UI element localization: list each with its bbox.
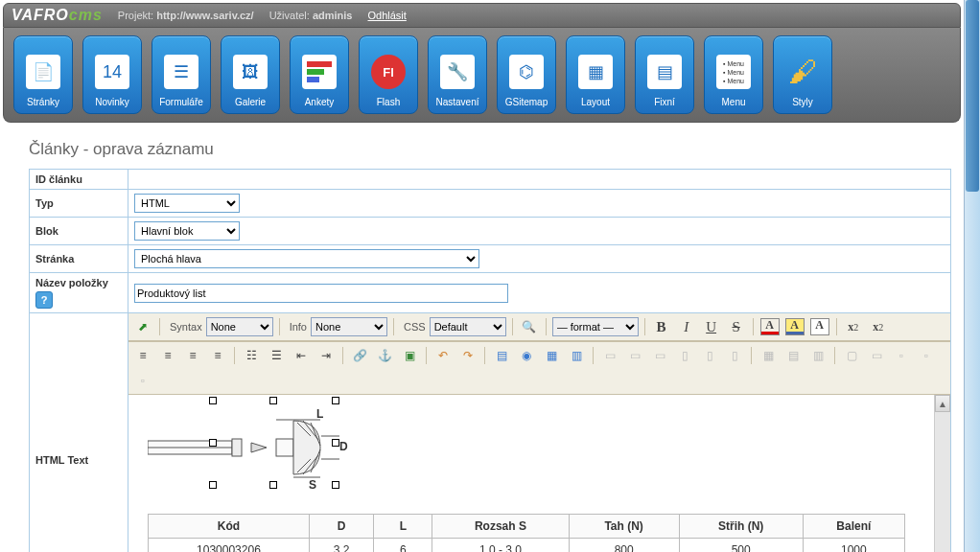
format-select[interactable]: — format —: [552, 317, 639, 336]
ordered-list-button[interactable]: ☷: [241, 345, 262, 366]
toolbar-novinky[interactable]: 14Novinky: [82, 35, 142, 114]
delete-col-button[interactable]: ▯: [724, 345, 745, 366]
selection-handle[interactable]: [269, 397, 277, 404]
selection-handle[interactable]: [209, 439, 217, 447]
type-select[interactable]: HTML: [134, 194, 240, 213]
help-button[interactable]: ◉: [516, 345, 537, 366]
table-header: Rozsah S: [432, 515, 569, 539]
toolbar-galerie[interactable]: 🖼Galerie: [221, 35, 280, 114]
unordered-list-button[interactable]: ☰: [266, 345, 287, 366]
selection-handle[interactable]: [209, 481, 217, 489]
article-form: ID článku Typ HTML Blok Hlavní blok Strá…: [29, 169, 951, 552]
selection-handle[interactable]: [332, 481, 339, 489]
delete-row-button[interactable]: ▭: [649, 345, 670, 366]
editor-body[interactable]: ▲: [128, 395, 950, 552]
toolbar-layout[interactable]: ▦Layout: [566, 35, 625, 114]
table-cell: 800: [569, 539, 679, 553]
align-right-button[interactable]: ≡: [182, 345, 203, 366]
selection-handle[interactable]: [209, 397, 217, 404]
insert-row-after-button[interactable]: ▭: [624, 345, 645, 366]
toolbar-label: Nastavení: [435, 97, 478, 107]
redo-button[interactable]: ↷: [457, 345, 478, 366]
syntax-label: Syntax: [170, 321, 202, 333]
underline-button[interactable]: U: [701, 316, 722, 337]
form-icon: ☰: [164, 55, 198, 89]
table-cell: 3.2: [309, 539, 374, 553]
toolbar-label: Ankety: [305, 97, 335, 107]
merge-cells-button[interactable]: ▦: [758, 345, 779, 366]
name-input[interactable]: [134, 284, 508, 303]
text-color-button[interactable]: A: [759, 316, 781, 337]
settings-icon: 🔧: [440, 55, 475, 89]
toolbar-flash[interactable]: FlFlash: [359, 35, 418, 114]
font-box-button[interactable]: A: [809, 316, 830, 337]
menu-icon: ▪ Menu▪ Menu▪ Menu: [716, 55, 751, 89]
rivet-diagram: L D S: [148, 402, 378, 494]
toolbar-label: GSitemap: [505, 97, 548, 107]
misc3-button[interactable]: ▫: [132, 370, 153, 391]
bg-color-button[interactable]: A: [784, 316, 805, 337]
align-justify-button[interactable]: ≡: [207, 345, 228, 366]
toolbar-formuláře[interactable]: ☰Formuláře: [152, 35, 211, 114]
row-props-button[interactable]: ▭: [866, 345, 887, 366]
table-cell: 500: [679, 539, 803, 553]
undo-button[interactable]: ↶: [432, 345, 454, 366]
main-scrollbar[interactable]: [964, 0, 980, 552]
align-left-button[interactable]: ≡: [132, 345, 153, 366]
link-button[interactable]: 🔗: [349, 345, 370, 366]
anchor-button[interactable]: ⚓: [374, 345, 395, 366]
image-button[interactable]: ▣: [399, 345, 420, 366]
toolbar-styly[interactable]: 🖌Styly: [773, 35, 832, 114]
app-logo: VAFROcms: [12, 7, 103, 24]
expand-icon[interactable]: ⬈: [132, 316, 153, 337]
superscript-button[interactable]: x2: [868, 316, 889, 337]
syntax-select[interactable]: None: [206, 317, 273, 336]
page-title: Články - oprava záznamu: [29, 140, 951, 159]
page-select[interactable]: Plochá hlava: [134, 249, 479, 268]
page-icon: 📄: [26, 55, 60, 89]
css-select[interactable]: Default: [430, 317, 506, 336]
indent-button[interactable]: ⇥: [315, 345, 337, 366]
insert-row-before-button[interactable]: ▭: [599, 345, 620, 366]
name-label: Název položky?: [30, 273, 128, 313]
toolbar-stránky[interactable]: 📄Stránky: [13, 35, 73, 114]
htmltext-label: HTML Text: [30, 313, 128, 553]
misc1-button[interactable]: ▫: [891, 345, 912, 366]
outdent-button[interactable]: ⇤: [291, 345, 312, 366]
toolbar-nastavení[interactable]: 🔧Nastavení: [428, 35, 487, 114]
table-cell: 1030003206: [149, 539, 310, 553]
insert-col-before-button[interactable]: ▯: [674, 345, 695, 366]
insert-col-after-button[interactable]: ▯: [699, 345, 720, 366]
align-center-button[interactable]: ≡: [157, 345, 178, 366]
toolbar-fixní[interactable]: ▤Fixní: [635, 35, 694, 114]
toolbar-label: Formuláře: [159, 97, 203, 107]
italic-button[interactable]: I: [676, 316, 697, 337]
id-label: ID článku: [30, 170, 128, 190]
toolbar-gsitemap[interactable]: ⌬GSitemap: [497, 35, 556, 114]
selection-handle[interactable]: [332, 439, 339, 447]
svg-rect-4: [276, 439, 293, 456]
info-select[interactable]: None: [311, 317, 387, 336]
cell-props-button[interactable]: ▢: [841, 345, 862, 366]
selection-handle[interactable]: [269, 481, 277, 489]
strike-button[interactable]: S: [726, 316, 747, 337]
subscript-button[interactable]: x2: [843, 316, 864, 337]
source-button[interactable]: ▤: [491, 345, 512, 366]
help-icon[interactable]: ?: [35, 291, 53, 309]
selection-handle[interactable]: [332, 397, 339, 404]
search-icon[interactable]: 🔍: [519, 316, 540, 337]
logout-link[interactable]: Odhlásit: [368, 10, 407, 21]
table-header: Střih (N): [679, 515, 803, 539]
misc2-button[interactable]: ▫: [916, 345, 937, 366]
bold-button[interactable]: B: [651, 316, 672, 337]
split-cell-v-button[interactable]: ▥: [807, 345, 828, 366]
grid-button[interactable]: ▥: [566, 345, 587, 366]
block-label: Blok: [30, 218, 128, 245]
table-row: 10300032063.261.0 - 3.08005001000: [149, 539, 905, 553]
toolbar-ankety[interactable]: Ankety: [290, 35, 349, 114]
table-button[interactable]: ▦: [541, 345, 562, 366]
split-cell-h-button[interactable]: ▤: [782, 345, 804, 366]
toolbar-menu[interactable]: ▪ Menu▪ Menu▪ MenuMenu: [704, 35, 763, 114]
block-select[interactable]: Hlavní blok: [134, 221, 240, 241]
toolbar-label: Flash: [377, 97, 400, 107]
